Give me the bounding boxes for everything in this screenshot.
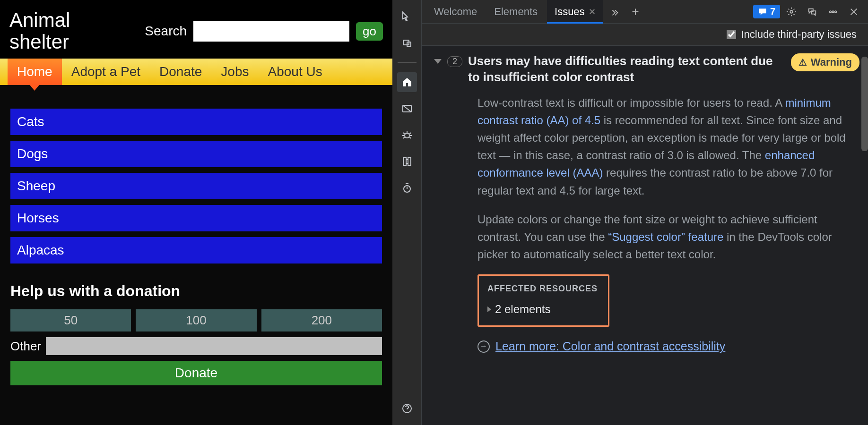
home-icon[interactable]	[397, 72, 417, 92]
page-content: Cats Dogs Sheep Horses Alpacas Help us w…	[0, 85, 392, 395]
svg-point-8	[790, 10, 793, 13]
tab-issues-label: Issues	[555, 6, 585, 18]
affected-resources-count: 2 elements	[495, 300, 550, 318]
svg-point-3	[405, 133, 409, 138]
donation-other-input[interactable]	[46, 337, 382, 355]
category-horses[interactable]: Horses	[10, 205, 382, 231]
tab-elements[interactable]: Elements	[486, 0, 545, 23]
devtools-sidebar	[392, 0, 422, 425]
network-icon[interactable]	[397, 152, 417, 171]
search-input[interactable]	[193, 21, 349, 42]
help-icon[interactable]	[397, 399, 417, 418]
settings-icon[interactable]	[782, 2, 801, 21]
svg-point-11	[835, 11, 837, 13]
donate-100[interactable]: 100	[136, 309, 256, 332]
issue-occurrence-badge: 2	[447, 56, 462, 67]
link-suggest-color[interactable]: “Suggest color” feature	[608, 230, 723, 243]
severity-text: Warning	[811, 56, 852, 68]
title-line2: shelter	[9, 31, 69, 53]
nav-about[interactable]: About Us	[259, 59, 332, 85]
chevron-right-icon	[487, 306, 491, 312]
chevron-down-icon[interactable]	[434, 59, 442, 64]
issue-paragraph-1: Low-contrast text is difficult or imposs…	[477, 94, 859, 199]
search-go-button[interactable]: go	[356, 22, 383, 41]
tab-elements-label: Elements	[494, 6, 538, 18]
learn-more-row: → Learn more: Color and contrast accessi…	[477, 337, 859, 356]
nav-home[interactable]: Home	[8, 59, 62, 85]
inspect-icon[interactable]	[397, 7, 417, 26]
p1-a: Low-contrast text is difficult or imposs…	[477, 96, 785, 109]
issue-detail: Low-contrast text is difficult or imposs…	[477, 94, 859, 356]
devtools-tabs: Welcome Elements Issues ✕ 7	[422, 0, 868, 24]
category-cats[interactable]: Cats	[10, 109, 382, 135]
donation-section: Help us with a donation 50 100 200 Other…	[10, 282, 382, 385]
image-off-icon[interactable]	[397, 99, 417, 119]
issue-count-value: 7	[770, 6, 775, 17]
tab-welcome[interactable]: Welcome	[426, 0, 485, 23]
main-nav: Home Adopt a Pet Donate Jobs About Us	[0, 59, 392, 85]
donation-other-label: Other	[10, 339, 41, 354]
donation-other-row: Other	[10, 337, 382, 355]
donate-50[interactable]: 50	[10, 309, 131, 332]
sidebar-separator	[398, 62, 417, 63]
devtools-main: Welcome Elements Issues ✕ 7	[422, 0, 868, 425]
bug-icon[interactable]	[397, 125, 417, 145]
affected-resources-expand[interactable]: 2 elements	[487, 300, 598, 318]
issue-count-badge[interactable]: 7	[753, 5, 780, 18]
affected-resources-title: AFFECTED RESOURCES	[487, 282, 598, 296]
site-title: Animal shelter	[9, 9, 70, 53]
svg-rect-5	[408, 158, 411, 165]
affected-resources-box: AFFECTED RESOURCES 2 elements	[477, 274, 609, 327]
include-third-party-text: Include third-party issues	[741, 28, 857, 41]
close-tab-icon[interactable]: ✕	[589, 7, 596, 17]
category-alpacas[interactable]: Alpacas	[10, 237, 382, 264]
more-tabs-icon[interactable]	[605, 2, 624, 21]
donate-200[interactable]: 200	[261, 309, 382, 332]
issue-header-row[interactable]: 2 Users may have difficulties reading te…	[430, 53, 859, 85]
severity-warning-badge: Warning	[791, 53, 859, 71]
search-group: Search go	[145, 21, 383, 42]
feedback-icon[interactable]	[803, 2, 822, 21]
search-label: Search	[145, 24, 187, 39]
more-menu-icon[interactable]	[824, 2, 842, 21]
tab-welcome-label: Welcome	[434, 6, 477, 18]
nav-adopt[interactable]: Adopt a Pet	[62, 59, 150, 85]
add-tab-icon[interactable]	[626, 2, 645, 21]
category-dogs[interactable]: Dogs	[10, 141, 382, 167]
nav-jobs[interactable]: Jobs	[211, 59, 258, 85]
issues-toolbar: Include third-party issues	[422, 24, 868, 46]
site-header: Animal shelter Search go	[0, 0, 392, 59]
tab-issues[interactable]: Issues ✕	[547, 0, 603, 23]
webpage-preview: Animal shelter Search go Home Adopt a Pe…	[0, 0, 392, 425]
learn-more-link[interactable]: Learn more: Color and contrast accessibi…	[495, 337, 725, 356]
nav-donate[interactable]: Donate	[150, 59, 211, 85]
category-sheep[interactable]: Sheep	[10, 173, 382, 199]
issues-body: 2 Users may have difficulties reading te…	[422, 46, 868, 425]
svg-point-9	[830, 11, 832, 13]
issue-paragraph-2: Update colors or change the font size or…	[477, 211, 859, 264]
include-third-party-label[interactable]: Include third-party issues	[727, 28, 857, 41]
donate-button[interactable]: Donate	[10, 361, 382, 385]
title-line1: Animal	[9, 9, 70, 31]
external-link-icon: →	[477, 340, 490, 353]
donation-heading: Help us with a donation	[10, 282, 382, 300]
svg-point-10	[832, 11, 834, 13]
issue-title: Users may have difficulties reading text…	[468, 53, 785, 85]
device-icon[interactable]	[397, 33, 417, 53]
scrollbar-thumb[interactable]	[861, 57, 868, 151]
include-third-party-checkbox[interactable]	[727, 30, 736, 39]
donation-amounts: 50 100 200	[10, 309, 382, 332]
timer-icon[interactable]	[397, 178, 417, 198]
close-devtools-icon[interactable]	[844, 2, 863, 21]
category-list: Cats Dogs Sheep Horses Alpacas	[10, 109, 382, 264]
svg-rect-4	[403, 158, 406, 165]
devtools-panel: Welcome Elements Issues ✕ 7	[392, 0, 868, 425]
